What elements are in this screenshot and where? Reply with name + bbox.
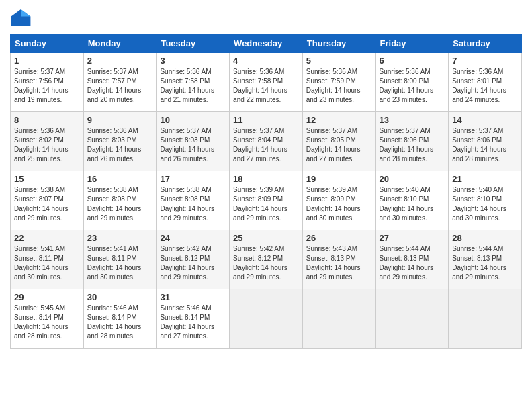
calendar-cell: 13Sunrise: 5:37 AMSunset: 8:06 PMDayligh… — [375, 112, 449, 171]
day-number: 1 — [14, 56, 80, 66]
cell-daylight: Daylight: 14 hours and 29 minutes. — [380, 264, 434, 281]
cell-sunset: Sunset: 8:06 PM — [452, 136, 502, 144]
cell-daylight: Daylight: 14 hours and 25 minutes. — [14, 146, 69, 163]
cell-sunrise: Sunrise: 5:46 AM — [160, 304, 211, 312]
calendar-cell: 30Sunrise: 5:46 AMSunset: 8:14 PMDayligh… — [83, 289, 157, 349]
cell-sunset: Sunset: 8:12 PM — [160, 255, 210, 262]
day-number: 10 — [160, 115, 226, 125]
day-number: 6 — [380, 56, 445, 66]
cell-daylight: Daylight: 14 hours and 20 minutes. — [87, 87, 142, 103]
cell-daylight: Daylight: 14 hours and 27 minutes. — [233, 146, 287, 163]
calendar-cell: 12Sunrise: 5:37 AMSunset: 8:05 PMDayligh… — [302, 112, 375, 171]
cell-sunset: Sunset: 8:09 PM — [306, 195, 356, 203]
cell-sunrise: Sunrise: 5:37 AM — [306, 127, 357, 134]
cell-daylight: Daylight: 14 hours and 30 minutes. — [14, 264, 69, 281]
cell-sunset: Sunset: 8:14 PM — [160, 314, 210, 321]
week-row-3: 15Sunrise: 5:38 AMSunset: 8:07 PMDayligh… — [11, 171, 522, 230]
cell-sunset: Sunset: 8:11 PM — [87, 255, 137, 262]
calendar-cell: 5Sunrise: 5:36 AMSunset: 7:59 PMDaylight… — [302, 53, 375, 112]
cell-sunset: Sunset: 8:08 PM — [160, 195, 210, 203]
cell-sunset: Sunset: 8:10 PM — [452, 195, 502, 203]
day-number: 18 — [233, 174, 299, 184]
calendar-body: 1Sunrise: 5:37 AMSunset: 7:56 PMDaylight… — [11, 53, 522, 349]
calendar-cell: 11Sunrise: 5:37 AMSunset: 8:04 PMDayligh… — [230, 112, 303, 171]
day-number: 8 — [14, 115, 80, 125]
calendar-cell: 4Sunrise: 5:36 AMSunset: 7:58 PMDaylight… — [230, 53, 303, 112]
calendar-cell: 3Sunrise: 5:36 AMSunset: 7:58 PMDaylight… — [157, 53, 230, 112]
calendar-cell: 21Sunrise: 5:40 AMSunset: 8:10 PMDayligh… — [449, 171, 522, 230]
cell-sunset: Sunset: 8:04 PM — [233, 136, 283, 144]
cell-sunrise: Sunrise: 5:42 AM — [233, 245, 284, 253]
svg-marker-1 — [21, 9, 30, 16]
cell-sunrise: Sunrise: 5:40 AM — [380, 186, 431, 193]
cell-daylight: Daylight: 14 hours and 30 minutes. — [87, 264, 142, 281]
calendar-cell — [375, 289, 449, 349]
cell-daylight: Daylight: 14 hours and 30 minutes. — [452, 205, 506, 222]
day-number: 16 — [87, 174, 153, 184]
week-row-2: 8Sunrise: 5:36 AMSunset: 8:02 PMDaylight… — [11, 112, 522, 171]
cell-sunset: Sunset: 8:14 PM — [14, 314, 64, 321]
cell-daylight: Daylight: 14 hours and 24 minutes. — [452, 87, 506, 103]
cell-sunset: Sunset: 8:09 PM — [233, 195, 283, 203]
header-row: SundayMondayTuesdayWednesdayThursdayFrid… — [11, 34, 522, 53]
day-number: 7 — [452, 56, 518, 66]
cell-sunrise: Sunrise: 5:39 AM — [306, 186, 357, 193]
calendar-cell: 15Sunrise: 5:38 AMSunset: 8:07 PMDayligh… — [11, 171, 84, 230]
cell-sunrise: Sunrise: 5:38 AM — [14, 186, 65, 193]
logo — [10, 7, 34, 28]
cell-sunset: Sunset: 8:13 PM — [452, 255, 502, 262]
header-cell-monday: Monday — [83, 34, 157, 53]
cell-sunrise: Sunrise: 5:39 AM — [233, 186, 284, 193]
day-number: 3 — [160, 56, 226, 66]
day-number: 14 — [452, 115, 518, 125]
calendar-cell: 10Sunrise: 5:37 AMSunset: 8:03 PMDayligh… — [157, 112, 230, 171]
cell-sunrise: Sunrise: 5:41 AM — [87, 245, 138, 253]
day-number: 28 — [452, 233, 518, 243]
cell-daylight: Daylight: 14 hours and 19 minutes. — [14, 87, 69, 103]
calendar-table: SundayMondayTuesdayWednesdayThursdayFrid… — [10, 34, 522, 349]
day-number: 4 — [233, 56, 299, 66]
cell-sunset: Sunset: 8:07 PM — [14, 195, 64, 203]
cell-daylight: Daylight: 14 hours and 23 minutes. — [380, 87, 434, 103]
day-number: 12 — [306, 115, 372, 125]
cell-sunset: Sunset: 8:10 PM — [380, 195, 429, 203]
cell-sunset: Sunset: 8:12 PM — [233, 255, 283, 262]
calendar-cell: 9Sunrise: 5:36 AMSunset: 8:03 PMDaylight… — [83, 112, 157, 171]
cell-daylight: Daylight: 14 hours and 29 minutes. — [14, 205, 69, 222]
day-number: 24 — [160, 233, 226, 243]
cell-daylight: Daylight: 14 hours and 27 minutes. — [160, 323, 214, 340]
cell-sunrise: Sunrise: 5:44 AM — [452, 245, 503, 253]
cell-sunrise: Sunrise: 5:36 AM — [14, 127, 65, 134]
cell-sunrise: Sunrise: 5:45 AM — [14, 304, 65, 312]
cell-sunset: Sunset: 7:56 PM — [14, 77, 64, 85]
cell-sunrise: Sunrise: 5:37 AM — [160, 127, 211, 134]
cell-sunrise: Sunrise: 5:41 AM — [14, 245, 65, 253]
cell-sunrise: Sunrise: 5:37 AM — [452, 127, 503, 134]
day-number: 20 — [380, 174, 445, 184]
cell-daylight: Daylight: 14 hours and 26 minutes. — [87, 146, 142, 163]
calendar-cell: 14Sunrise: 5:37 AMSunset: 8:06 PMDayligh… — [449, 112, 522, 171]
calendar-cell: 26Sunrise: 5:43 AMSunset: 8:13 PMDayligh… — [302, 230, 375, 289]
header-cell-thursday: Thursday — [302, 34, 375, 53]
cell-sunrise: Sunrise: 5:36 AM — [233, 68, 284, 75]
cell-sunset: Sunset: 8:14 PM — [87, 314, 137, 321]
header — [10, 7, 522, 28]
calendar-cell — [230, 289, 303, 349]
logo-icon — [10, 7, 32, 28]
cell-daylight: Daylight: 14 hours and 22 minutes. — [233, 87, 287, 103]
cell-sunset: Sunset: 8:11 PM — [14, 255, 64, 262]
day-number: 30 — [87, 292, 153, 302]
cell-daylight: Daylight: 14 hours and 28 minutes. — [380, 146, 434, 163]
calendar-cell: 17Sunrise: 5:38 AMSunset: 8:08 PMDayligh… — [157, 171, 230, 230]
calendar-cell: 20Sunrise: 5:40 AMSunset: 8:10 PMDayligh… — [375, 171, 449, 230]
calendar-cell: 6Sunrise: 5:36 AMSunset: 8:00 PMDaylight… — [375, 53, 449, 112]
calendar-cell: 31Sunrise: 5:46 AMSunset: 8:14 PMDayligh… — [157, 289, 230, 349]
cell-sunrise: Sunrise: 5:38 AM — [87, 186, 138, 193]
cell-daylight: Daylight: 14 hours and 28 minutes. — [14, 323, 69, 340]
cell-sunset: Sunset: 8:05 PM — [306, 136, 356, 144]
calendar-cell: 16Sunrise: 5:38 AMSunset: 8:08 PMDayligh… — [83, 171, 157, 230]
header-cell-friday: Friday — [375, 34, 449, 53]
week-row-1: 1Sunrise: 5:37 AMSunset: 7:56 PMDaylight… — [11, 53, 522, 112]
cell-sunrise: Sunrise: 5:36 AM — [87, 127, 138, 134]
cell-daylight: Daylight: 14 hours and 29 minutes. — [87, 205, 142, 222]
